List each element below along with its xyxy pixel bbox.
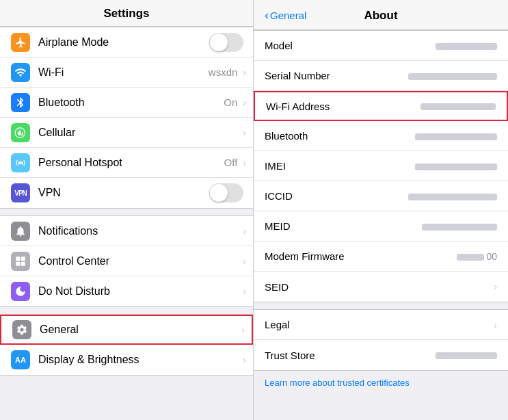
serial-label: Serial Number: [265, 70, 347, 81]
model-value: [347, 40, 497, 51]
hotspot-value: Off: [224, 157, 238, 168]
about-row-wifi-address: Wi-Fi Address: [254, 91, 508, 121]
about-header: ‹ General About: [254, 0, 508, 30]
settings-group-1: Airplane Mode Wi-Fi wsxdn › Bluetooth On…: [0, 27, 253, 209]
legal-label: Legal: [265, 319, 347, 330]
display-chevron: ›: [243, 354, 246, 365]
hotspot-chevron: ›: [243, 157, 246, 168]
trust-value: [347, 350, 497, 360]
imei-label: IMEI: [265, 160, 347, 172]
vpn-label: VPN: [38, 187, 209, 199]
about-row-iccid: ICCID: [254, 181, 508, 211]
settings-row-general[interactable]: General ›: [0, 315, 253, 345]
svg-rect-2: [21, 257, 25, 261]
cellular-chevron: ›: [243, 127, 246, 138]
seid-chevron: ›: [494, 281, 497, 292]
about-panel: ‹ General About Model Serial Number Wi-F…: [253, 0, 508, 420]
wifi-address-value: [348, 101, 496, 111]
display-label: Display & Brightness: [38, 354, 240, 366]
do-not-disturb-icon: [11, 282, 30, 301]
settings-row-hotspot[interactable]: Personal Hotspot Off ›: [0, 148, 253, 178]
cellular-label: Cellular: [38, 127, 240, 139]
settings-row-airplane[interactable]: Airplane Mode: [0, 27, 253, 57]
settings-group-3: General › AA Display & Brightness ›: [0, 314, 253, 376]
svg-point-0: [19, 161, 23, 164]
imei-value: [347, 161, 497, 172]
hotspot-label: Personal Hotspot: [38, 157, 224, 169]
about-row-seid[interactable]: SEID ›: [254, 272, 508, 302]
settings-row-control-center[interactable]: Control Center ›: [0, 246, 253, 276]
settings-row-vpn[interactable]: VPN VPN: [0, 178, 253, 208]
svg-rect-4: [21, 261, 25, 265]
about-row-meid: MEID: [254, 211, 508, 241]
about-row-imei: IMEI: [254, 151, 508, 181]
about-title: About: [364, 9, 397, 23]
about-row-serial: Serial Number: [254, 61, 508, 91]
learn-more-link[interactable]: Learn more about trusted certificates: [254, 371, 508, 395]
settings-row-wifi[interactable]: Wi-Fi wsxdn ›: [0, 57, 253, 88]
display-icon: AA: [11, 350, 30, 369]
control-center-chevron: ›: [243, 256, 246, 267]
about-row-bluetooth: Bluetooth: [254, 121, 508, 151]
about-list-2: Legal › Trust Store: [254, 309, 508, 371]
bluetooth-value: On: [224, 96, 237, 108]
airplane-icon: [11, 33, 30, 52]
serial-value: [347, 70, 497, 81]
settings-row-display[interactable]: AA Display & Brightness ›: [0, 345, 253, 375]
bluetooth-icon: [11, 93, 30, 112]
settings-row-do-not-disturb[interactable]: Do Not Disturb ›: [0, 276, 253, 306]
wifi-icon: [11, 63, 30, 82]
settings-list-1: Airplane Mode Wi-Fi wsxdn › Bluetooth On…: [0, 27, 253, 209]
about-bluetooth-value: [347, 131, 497, 142]
settings-row-bluetooth[interactable]: Bluetooth On ›: [0, 88, 253, 118]
bluetooth-chevron: ›: [243, 97, 246, 108]
airplane-label: Airplane Mode: [38, 36, 209, 49]
about-list: Model Serial Number Wi-Fi Address Blueto…: [254, 30, 508, 302]
hotspot-icon: [11, 153, 30, 172]
vpn-icon: VPN: [11, 183, 30, 202]
meid-value: [347, 221, 497, 232]
vpn-toggle[interactable]: [209, 183, 243, 202]
general-label: General: [40, 324, 239, 336]
control-center-icon: [11, 252, 30, 271]
about-row-trust: Trust Store: [254, 340, 508, 370]
settings-row-cellular[interactable]: Cellular ›: [0, 118, 253, 148]
iccid-label: ICCID: [265, 190, 347, 202]
wifi-address-label: Wi-Fi Address: [266, 101, 348, 112]
back-label: General: [270, 10, 306, 21]
wifi-label: Wi-Fi: [38, 66, 209, 79]
notifications-label: Notifications: [38, 225, 240, 237]
iccid-value: [347, 191, 497, 202]
settings-group-2: Notifications › Control Center › Do Not …: [0, 215, 253, 307]
settings-list-2: Notifications › Control Center › Do Not …: [0, 215, 253, 307]
legal-chevron: ›: [494, 319, 497, 330]
cellular-icon: [11, 123, 30, 142]
settings-row-notifications[interactable]: Notifications ›: [0, 216, 253, 246]
about-row-modem: Modem Firmware 00: [254, 241, 508, 272]
settings-panel: Settings Airplane Mode Wi-Fi wsxdn ›: [0, 0, 253, 420]
do-not-disturb-chevron: ›: [243, 286, 246, 297]
back-button[interactable]: ‹ General: [265, 8, 306, 23]
seid-label: SEID: [265, 281, 347, 293]
meid-label: MEID: [265, 220, 347, 232]
general-icon: [12, 320, 31, 339]
modem-label: Modem Firmware: [265, 250, 347, 262]
airplane-toggle[interactable]: [209, 33, 243, 52]
wifi-chevron: ›: [243, 67, 246, 78]
back-chevron-icon: ‹: [265, 8, 269, 23]
svg-rect-1: [16, 257, 20, 261]
about-bluetooth-label: Bluetooth: [265, 130, 347, 142]
notifications-chevron: ›: [243, 226, 246, 237]
bluetooth-label: Bluetooth: [38, 96, 224, 109]
settings-title: Settings: [0, 0, 253, 27]
control-center-label: Control Center: [38, 255, 240, 267]
svg-rect-3: [16, 261, 20, 265]
settings-list-3: General › AA Display & Brightness ›: [0, 314, 253, 376]
notifications-icon: [11, 222, 30, 241]
about-row-legal[interactable]: Legal ›: [254, 310, 508, 340]
model-label: Model: [265, 40, 347, 51]
trust-label: Trust Store: [265, 350, 347, 361]
do-not-disturb-label: Do Not Disturb: [38, 285, 240, 298]
about-row-model: Model: [254, 31, 508, 61]
wifi-value: wsxdn: [209, 66, 238, 78]
